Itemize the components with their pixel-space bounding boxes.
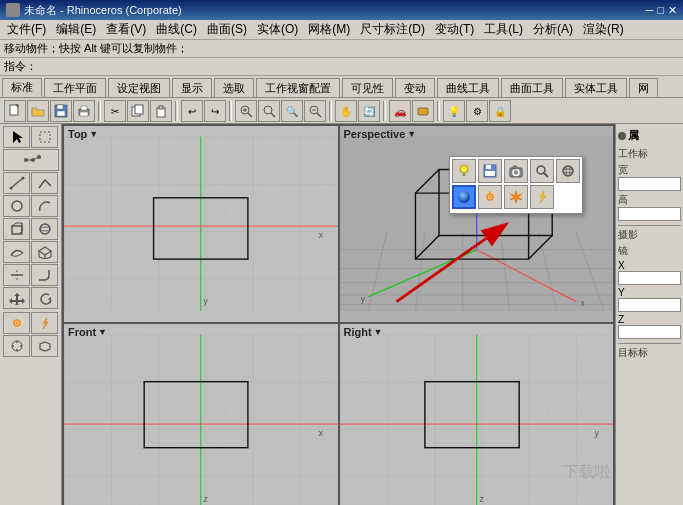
viewport-top[interactable]: Top ▼ [63, 125, 339, 323]
menu-analysis[interactable]: 分析(A) [528, 20, 578, 39]
viewport-right[interactable]: Right ▼ [339, 323, 615, 506]
popup-search-btn[interactable] [530, 159, 554, 183]
viewport-top-header[interactable]: Top ▼ [68, 128, 98, 140]
select-tool[interactable] [3, 126, 30, 148]
svg-rect-4 [57, 111, 65, 116]
block-tool[interactable] [31, 335, 58, 357]
tab-viewport-config[interactable]: 工作视窗配置 [256, 78, 340, 97]
light-btn[interactable]: 💡 [443, 100, 465, 122]
new-btn[interactable] [4, 100, 26, 122]
viewport-front-header[interactable]: Front ▼ [68, 326, 107, 338]
height-value [618, 207, 681, 221]
popup-sparkle-btn[interactable] [504, 185, 528, 209]
lightning-icon-left[interactable] [31, 312, 58, 334]
tab-transform[interactable]: 变动 [395, 78, 435, 97]
menu-mesh[interactable]: 网格(M) [303, 20, 355, 39]
rotate-btn[interactable]: 🔄 [358, 100, 380, 122]
tab-select[interactable]: 选取 [214, 78, 254, 97]
popup-row-2 [452, 185, 580, 209]
menu-transform[interactable]: 变动(T) [430, 20, 479, 39]
viewport-front[interactable]: Front ▼ [63, 323, 339, 506]
extrude-tool[interactable] [31, 241, 58, 263]
box-tool[interactable] [3, 218, 30, 240]
circle-tool[interactable] [3, 195, 30, 217]
viewport-front-dropdown[interactable]: ▼ [98, 327, 107, 337]
popup-render-ball-btn[interactable] [452, 185, 476, 209]
popup-sphere-btn[interactable] [556, 159, 580, 183]
sphere-tool[interactable] [31, 218, 58, 240]
viewport-perspective-header[interactable]: Perspective ▼ [344, 128, 417, 140]
menu-edit[interactable]: 编辑(E) [51, 20, 101, 39]
undo-btn[interactable]: ↩ [181, 100, 203, 122]
panel-dot [618, 132, 626, 140]
move-tool[interactable] [3, 287, 30, 309]
rotate-tool-2[interactable] [31, 287, 58, 309]
redo-btn[interactable]: ↪ [204, 100, 226, 122]
popup-camera-btn[interactable] [504, 159, 528, 183]
menu-tools[interactable]: 工具(L) [479, 20, 528, 39]
zoom-window-btn[interactable] [235, 100, 257, 122]
copy-btn[interactable] [127, 100, 149, 122]
tab-standard[interactable]: 标准 [2, 78, 42, 97]
status-text: 移动物件；快按 Alt 键可以复制物件； [4, 41, 188, 56]
menu-curve[interactable]: 曲线(C) [151, 20, 202, 39]
car-btn[interactable]: 🚗 [389, 100, 411, 122]
menu-render[interactable]: 渲染(R) [578, 20, 629, 39]
viewport-top-dropdown[interactable]: ▼ [89, 129, 98, 139]
close-button[interactable]: ✕ [668, 4, 677, 17]
menu-dim[interactable]: 尺寸标注(D) [355, 20, 430, 39]
viewport-right-dropdown[interactable]: ▼ [374, 327, 383, 337]
front-grid: x z [64, 324, 338, 506]
fillet-tool[interactable] [31, 264, 58, 286]
popup-gear-btn[interactable] [478, 185, 502, 209]
arc-tool[interactable] [31, 195, 58, 217]
svg-line-27 [11, 178, 23, 188]
settings-btn[interactable]: ⚙ [466, 100, 488, 122]
trim-tool[interactable] [3, 264, 30, 286]
zoom-extent-btn[interactable] [258, 100, 280, 122]
menu-view[interactable]: 查看(V) [101, 20, 151, 39]
sep2 [175, 101, 178, 121]
x-row: X [618, 260, 681, 285]
print-btn[interactable] [73, 100, 95, 122]
gear-icon-left[interactable] [3, 312, 30, 334]
lock-btn[interactable]: 🔒 [489, 100, 511, 122]
tab-setview[interactable]: 设定视图 [108, 78, 170, 97]
tab-visibility[interactable]: 可见性 [342, 78, 393, 97]
maximize-button[interactable]: □ [657, 4, 664, 16]
select-tool-2[interactable] [31, 126, 58, 148]
popup-lightning-btn[interactable] [530, 185, 554, 209]
menu-solid[interactable]: 实体(O) [252, 20, 303, 39]
popup-light-btn[interactable] [452, 159, 476, 183]
paste-btn[interactable] [150, 100, 172, 122]
tab-solid-tools[interactable]: 实体工具 [565, 78, 627, 97]
command-input[interactable] [37, 61, 679, 73]
viewport-right-header[interactable]: Right ▼ [344, 326, 383, 338]
tab-workplane[interactable]: 工作平面 [44, 78, 106, 97]
cut-btn[interactable]: ✂ [104, 100, 126, 122]
tab-surface-tools[interactable]: 曲面工具 [501, 78, 563, 97]
point-tool[interactable] [3, 149, 59, 171]
svg-line-13 [248, 113, 252, 117]
tab-curve-tools[interactable]: 曲线工具 [437, 78, 499, 97]
minimize-button[interactable]: ─ [646, 4, 654, 16]
snap-tool[interactable] [3, 335, 30, 357]
tab-mesh[interactable]: 网 [629, 78, 658, 97]
surface-tool[interactable] [3, 241, 30, 263]
menu-surface[interactable]: 曲面(S) [202, 20, 252, 39]
save-btn[interactable] [50, 100, 72, 122]
viewport-perspective[interactable]: Perspective ▼ [339, 125, 615, 323]
svg-point-105 [489, 196, 491, 198]
open-btn[interactable] [27, 100, 49, 122]
popup-save-btn[interactable] [478, 159, 502, 183]
extra1-btn[interactable] [412, 100, 434, 122]
viewport-perspective-dropdown[interactable]: ▼ [407, 129, 416, 139]
menu-file[interactable]: 文件(F) [2, 20, 51, 39]
tab-display[interactable]: 显示 [172, 78, 212, 97]
line-tool[interactable] [3, 172, 30, 194]
polyline-tool[interactable] [31, 172, 58, 194]
pan-btn[interactable]: ✋ [335, 100, 357, 122]
zoom-in-btn[interactable]: 🔍 [281, 100, 303, 122]
command-prompt: 指令： [0, 58, 683, 76]
zoom-out-btn[interactable] [304, 100, 326, 122]
